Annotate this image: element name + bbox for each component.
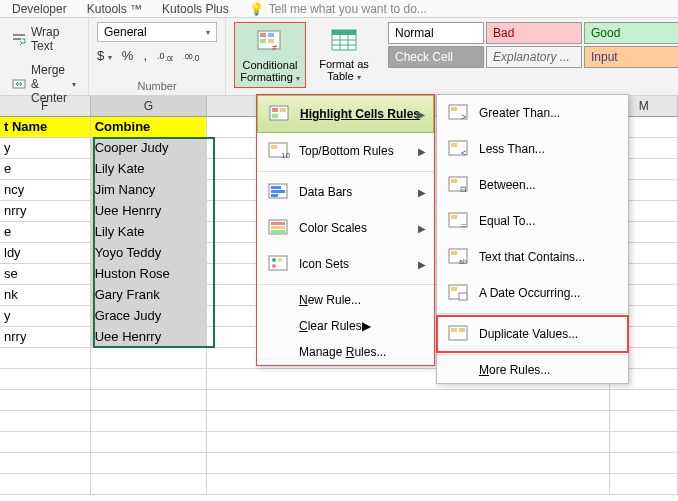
cell-g[interactable]: Grace Judy [91,306,208,327]
svg-rect-48 [451,215,457,219]
cell-g[interactable]: Huston Rose [91,264,208,285]
ribbon-bar: Wrap Text Merge & Center ▾ Alignment Gen… [0,18,678,96]
alignment-group: Wrap Text Merge & Center ▾ Alignment [0,18,89,95]
new-rule-item[interactable]: New Rule... [257,287,434,313]
svg-rect-31 [271,222,285,225]
highlight-cells-rules-item[interactable]: Highlight Cells Rules ▶ [257,95,434,133]
greater-than-item[interactable]: > Greater Than... [437,95,628,131]
chevron-right-icon: ▶ [418,187,426,198]
lightbulb-icon: 💡 [249,0,264,18]
svg-text:.0: .0 [157,51,165,61]
svg-rect-51 [451,251,457,255]
chevron-right-icon: ▶ [418,223,426,234]
svg-text:>: > [461,112,466,122]
svg-rect-55 [459,293,467,300]
cell-f[interactable]: ldy [0,243,91,264]
style-input[interactable]: Input [584,46,678,68]
less-than-item[interactable]: < Less Than... [437,131,628,167]
cell-g[interactable]: Uee Henrry [91,327,208,348]
tab-developer[interactable]: Developer [2,0,77,18]
style-bad[interactable]: Bad [486,22,582,44]
number-group: General ▾ $ ▾ % , .0.00 .00.0 Number [89,18,226,95]
svg-rect-9 [268,33,274,37]
merge-icon [12,77,26,91]
cell-f[interactable]: ncy [0,180,91,201]
col-header-g[interactable]: G [91,96,208,116]
svg-text:=: = [461,220,466,230]
tab-kutools[interactable]: Kutools ™ [77,0,152,18]
cell-g[interactable]: Uee Henrry [91,201,208,222]
cell-f[interactable]: nrry [0,327,91,348]
cell-g[interactable]: Jim Nancy [91,180,208,201]
cell-header-g[interactable]: Combine [91,117,208,138]
cell-header-f[interactable]: t Name [0,117,91,138]
chevron-right-icon: ▶ [417,109,425,120]
table-icon [328,24,360,56]
between-item[interactable]: ⊟ Between... [437,167,628,203]
cell-f[interactable]: nrry [0,201,91,222]
styles-group: ≠ Conditional Formatting ▾ Format as Tab… [226,18,678,95]
cell-f[interactable]: y [0,138,91,159]
svg-rect-10 [260,39,266,43]
svg-text:ab: ab [459,258,467,265]
cell-g[interactable]: Cooper Judy [91,138,208,159]
svg-rect-22 [272,114,278,118]
wrap-text-icon [12,32,26,46]
chevron-right-icon: ▶ [418,146,426,157]
svg-rect-45 [451,179,457,183]
tab-kutools-plus[interactable]: Kutools Plus [152,0,239,18]
currency-button[interactable]: $ ▾ [97,48,112,63]
svg-rect-8 [260,33,266,37]
text-contains-item[interactable]: ab Text that Contains... [437,239,628,275]
svg-text:.00: .00 [165,55,173,62]
conditional-formatting-button[interactable]: ≠ Conditional Formatting ▾ [234,22,306,88]
percent-button[interactable]: % [122,48,134,63]
more-rules-item[interactable]: More Rules... [437,357,628,383]
style-normal[interactable]: Normal [388,22,484,44]
wrap-text-button[interactable]: Wrap Text [8,22,80,56]
top-bottom-icon: 10 [267,141,291,161]
number-format-select[interactable]: General ▾ [97,22,217,42]
chevron-down-icon: ▾ [72,80,76,89]
comma-button[interactable]: , [143,48,147,63]
format-as-table-button[interactable]: Format as Table ▾ [308,22,380,88]
svg-rect-54 [451,287,457,291]
data-bars-item[interactable]: Data Bars ▶ [257,174,434,210]
decrease-decimal-button[interactable]: .00.0 [183,50,199,62]
date-occurring-item[interactable]: A Date Occurring... [437,275,628,311]
icon-sets-item[interactable]: Icon Sets ▶ [257,246,434,282]
tell-me-search[interactable]: 💡 Tell me what you want to do... [239,0,437,18]
tell-me-placeholder: Tell me what you want to do... [269,0,427,18]
svg-rect-24 [271,145,277,149]
style-check-cell[interactable]: Check Cell [388,46,484,68]
svg-text:⊟: ⊟ [460,185,467,194]
increase-decimal-button[interactable]: .0.00 [157,50,173,62]
cell-f[interactable]: se [0,264,91,285]
cell-g[interactable]: Lily Kate [91,159,208,180]
svg-rect-27 [271,186,281,189]
cell-f[interactable]: y [0,306,91,327]
col-header-f[interactable]: F [0,96,91,116]
cell-g[interactable]: Yoyo Teddy [91,243,208,264]
svg-text:10: 10 [281,151,290,160]
color-scales-item[interactable]: Color Scales ▶ [257,210,434,246]
top-bottom-rules-item[interactable]: 10 Top/Bottom Rules ▶ [257,133,434,169]
highlight-rules-submenu: > Greater Than... < Less Than... ⊟ Betwe… [436,94,629,384]
style-explanatory[interactable]: Explanatory ... [486,46,582,68]
chevron-down-icon: ▾ [296,74,300,83]
cell-g[interactable]: Lily Kate [91,222,208,243]
cell-g[interactable]: Gary Frank [91,285,208,306]
clear-rules-item[interactable]: Clear Rules▶ [257,313,434,339]
manage-rules-item[interactable]: Manage Rules... [257,339,434,365]
highlight-rules-icon [268,104,292,124]
svg-rect-1 [13,38,21,40]
cell-f[interactable]: nk [0,285,91,306]
style-good[interactable]: Good [584,22,678,44]
cell-f[interactable]: e [0,159,91,180]
icon-sets-icon [267,254,291,274]
greater-than-icon: > [447,103,471,123]
cell-f[interactable]: e [0,222,91,243]
duplicate-values-item[interactable]: Duplicate Values... [437,316,628,352]
equal-to-item[interactable]: = Equal To... [437,203,628,239]
style-gallery[interactable]: Normal Bad Good Check Cell Explanatory .… [388,22,678,88]
